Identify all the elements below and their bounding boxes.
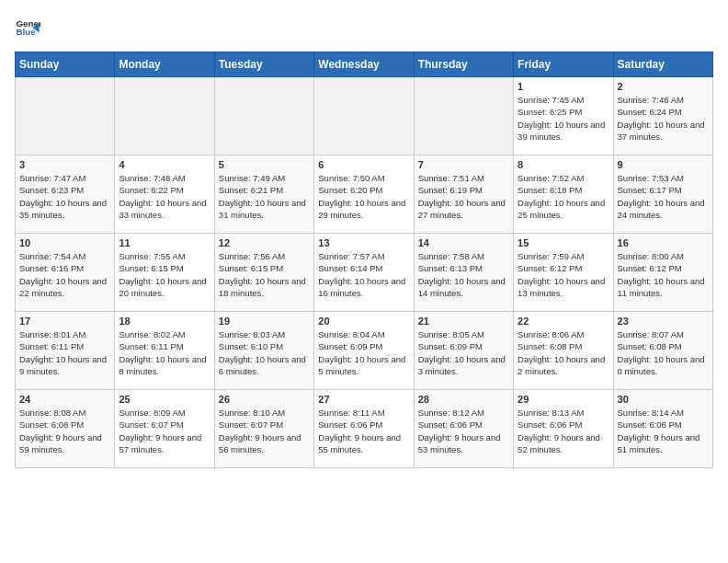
- calendar-cell: 26Sunrise: 8:10 AMSunset: 6:07 PMDayligh…: [214, 390, 313, 468]
- calendar-cell: 16Sunrise: 8:00 AMSunset: 6:12 PMDayligh…: [613, 234, 712, 312]
- day-number: 24: [19, 394, 110, 405]
- calendar-cell: 22Sunrise: 8:06 AMSunset: 6:08 PMDayligh…: [514, 312, 613, 390]
- day-info: Sunrise: 7:58 AMSunset: 6:13 PMDaylight:…: [418, 250, 509, 299]
- day-number: 11: [119, 237, 210, 248]
- day-number: 10: [19, 237, 110, 248]
- calendar-cell: 20Sunrise: 8:04 AMSunset: 6:09 PMDayligh…: [314, 312, 414, 390]
- weekday-header-row: SundayMondayTuesdayWednesdayThursdayFrid…: [16, 52, 713, 77]
- day-info: Sunrise: 8:01 AMSunset: 6:11 PMDaylight:…: [19, 328, 110, 377]
- day-number: 30: [618, 394, 709, 405]
- calendar-cell: 25Sunrise: 8:09 AMSunset: 6:07 PMDayligh…: [115, 390, 214, 468]
- calendar-cell: [414, 77, 513, 155]
- calendar-cell: 18Sunrise: 8:02 AMSunset: 6:11 PMDayligh…: [115, 312, 214, 390]
- calendar-cell: 7Sunrise: 7:51 AMSunset: 6:19 PMDaylight…: [414, 155, 513, 234]
- day-info: Sunrise: 8:05 AMSunset: 6:09 PMDaylight:…: [418, 328, 509, 377]
- day-info: Sunrise: 8:07 AMSunset: 6:08 PMDaylight:…: [618, 328, 709, 377]
- day-number: 23: [618, 316, 709, 327]
- calendar-cell: 17Sunrise: 8:01 AMSunset: 6:11 PMDayligh…: [16, 312, 115, 390]
- calendar-cell: 27Sunrise: 8:11 AMSunset: 6:06 PMDayligh…: [314, 390, 414, 468]
- day-info: Sunrise: 7:57 AMSunset: 6:14 PMDaylight:…: [318, 250, 409, 299]
- svg-text:Blue: Blue: [16, 27, 36, 37]
- day-number: 21: [418, 316, 509, 327]
- logo: General Blue: [15, 15, 40, 40]
- day-number: 7: [418, 159, 509, 170]
- day-number: 18: [119, 316, 210, 327]
- day-info: Sunrise: 8:14 AMSunset: 6:06 PMDaylight:…: [618, 407, 709, 455]
- calendar-table: SundayMondayTuesdayWednesdayThursdayFrid…: [15, 52, 713, 468]
- day-info: Sunrise: 7:54 AMSunset: 6:16 PMDaylight:…: [19, 250, 110, 299]
- week-row-3: 10Sunrise: 7:54 AMSunset: 6:16 PMDayligh…: [16, 234, 713, 312]
- day-number: 20: [318, 316, 409, 327]
- day-number: 14: [418, 237, 509, 248]
- calendar-cell: 30Sunrise: 8:14 AMSunset: 6:06 PMDayligh…: [613, 390, 712, 468]
- day-number: 1: [518, 81, 609, 92]
- calendar-cell: [314, 77, 414, 155]
- day-info: Sunrise: 7:45 AMSunset: 6:25 PMDaylight:…: [518, 94, 609, 143]
- calendar-cell: 10Sunrise: 7:54 AMSunset: 6:16 PMDayligh…: [16, 234, 115, 312]
- day-number: 2: [618, 81, 709, 92]
- weekday-header-saturday: Saturday: [613, 52, 712, 77]
- calendar-cell: 28Sunrise: 8:12 AMSunset: 6:06 PMDayligh…: [414, 390, 513, 468]
- day-info: Sunrise: 8:08 AMSunset: 6:08 PMDaylight:…: [19, 407, 110, 455]
- calendar-cell: 9Sunrise: 7:53 AMSunset: 6:17 PMDaylight…: [613, 155, 712, 234]
- calendar-cell: 19Sunrise: 8:03 AMSunset: 6:10 PMDayligh…: [214, 312, 313, 390]
- day-info: Sunrise: 8:10 AMSunset: 6:07 PMDaylight:…: [219, 407, 310, 455]
- calendar-cell: 11Sunrise: 7:55 AMSunset: 6:15 PMDayligh…: [115, 234, 214, 312]
- day-info: Sunrise: 8:06 AMSunset: 6:08 PMDaylight:…: [518, 328, 609, 377]
- day-info: Sunrise: 8:00 AMSunset: 6:12 PMDaylight:…: [618, 250, 709, 299]
- week-row-2: 3Sunrise: 7:47 AMSunset: 6:23 PMDaylight…: [16, 155, 713, 234]
- day-number: 15: [518, 237, 609, 248]
- day-info: Sunrise: 8:13 AMSunset: 6:06 PMDaylight:…: [518, 407, 609, 455]
- day-number: 17: [19, 316, 110, 327]
- day-number: 19: [219, 316, 310, 327]
- day-number: 27: [318, 394, 409, 405]
- day-number: 22: [518, 316, 609, 327]
- day-number: 26: [219, 394, 310, 405]
- day-info: Sunrise: 8:02 AMSunset: 6:11 PMDaylight:…: [119, 328, 210, 377]
- day-number: 6: [318, 159, 409, 170]
- week-row-4: 17Sunrise: 8:01 AMSunset: 6:11 PMDayligh…: [16, 312, 713, 390]
- week-row-5: 24Sunrise: 8:08 AMSunset: 6:08 PMDayligh…: [16, 390, 713, 468]
- logo-icon: General Blue: [15, 15, 40, 40]
- calendar-cell: 13Sunrise: 7:57 AMSunset: 6:14 PMDayligh…: [314, 234, 414, 312]
- calendar-cell: [214, 77, 313, 155]
- day-number: 12: [219, 237, 310, 248]
- day-number: 8: [518, 159, 609, 170]
- day-number: 9: [618, 159, 709, 170]
- day-number: 4: [119, 159, 210, 170]
- calendar-cell: 2Sunrise: 7:46 AMSunset: 6:24 PMDaylight…: [613, 77, 712, 155]
- day-info: Sunrise: 8:03 AMSunset: 6:10 PMDaylight:…: [219, 328, 310, 377]
- day-info: Sunrise: 7:47 AMSunset: 6:23 PMDaylight:…: [19, 172, 110, 221]
- day-info: Sunrise: 7:53 AMSunset: 6:17 PMDaylight:…: [618, 172, 709, 221]
- day-info: Sunrise: 7:55 AMSunset: 6:15 PMDaylight:…: [119, 250, 210, 299]
- weekday-header-wednesday: Wednesday: [314, 52, 414, 77]
- day-info: Sunrise: 7:50 AMSunset: 6:20 PMDaylight:…: [318, 172, 409, 221]
- calendar-cell: 1Sunrise: 7:45 AMSunset: 6:25 PMDaylight…: [514, 77, 613, 155]
- calendar-cell: 5Sunrise: 7:49 AMSunset: 6:21 PMDaylight…: [214, 155, 313, 234]
- day-info: Sunrise: 8:09 AMSunset: 6:07 PMDaylight:…: [119, 407, 210, 455]
- weekday-header-tuesday: Tuesday: [214, 52, 313, 77]
- calendar-cell: [16, 77, 115, 155]
- day-info: Sunrise: 7:51 AMSunset: 6:19 PMDaylight:…: [418, 172, 509, 221]
- day-number: 16: [618, 237, 709, 248]
- day-info: Sunrise: 7:48 AMSunset: 6:22 PMDaylight:…: [119, 172, 210, 221]
- calendar-cell: 4Sunrise: 7:48 AMSunset: 6:22 PMDaylight…: [115, 155, 214, 234]
- weekday-header-thursday: Thursday: [414, 52, 513, 77]
- day-info: Sunrise: 7:52 AMSunset: 6:18 PMDaylight:…: [518, 172, 609, 221]
- day-number: 5: [219, 159, 310, 170]
- calendar-cell: 29Sunrise: 8:13 AMSunset: 6:06 PMDayligh…: [514, 390, 613, 468]
- calendar-cell: 14Sunrise: 7:58 AMSunset: 6:13 PMDayligh…: [414, 234, 513, 312]
- week-row-1: 1Sunrise: 7:45 AMSunset: 6:25 PMDaylight…: [16, 77, 713, 155]
- day-info: Sunrise: 7:49 AMSunset: 6:21 PMDaylight:…: [219, 172, 310, 221]
- calendar-cell: 6Sunrise: 7:50 AMSunset: 6:20 PMDaylight…: [314, 155, 414, 234]
- day-info: Sunrise: 7:46 AMSunset: 6:24 PMDaylight:…: [618, 94, 709, 143]
- day-info: Sunrise: 8:04 AMSunset: 6:09 PMDaylight:…: [318, 328, 409, 377]
- calendar-cell: [115, 77, 214, 155]
- day-number: 25: [119, 394, 210, 405]
- calendar-cell: 21Sunrise: 8:05 AMSunset: 6:09 PMDayligh…: [414, 312, 513, 390]
- day-info: Sunrise: 8:12 AMSunset: 6:06 PMDaylight:…: [418, 407, 509, 455]
- day-number: 3: [19, 159, 110, 170]
- day-number: 28: [418, 394, 509, 405]
- day-info: Sunrise: 7:56 AMSunset: 6:15 PMDaylight:…: [219, 250, 310, 299]
- weekday-header-friday: Friday: [514, 52, 613, 77]
